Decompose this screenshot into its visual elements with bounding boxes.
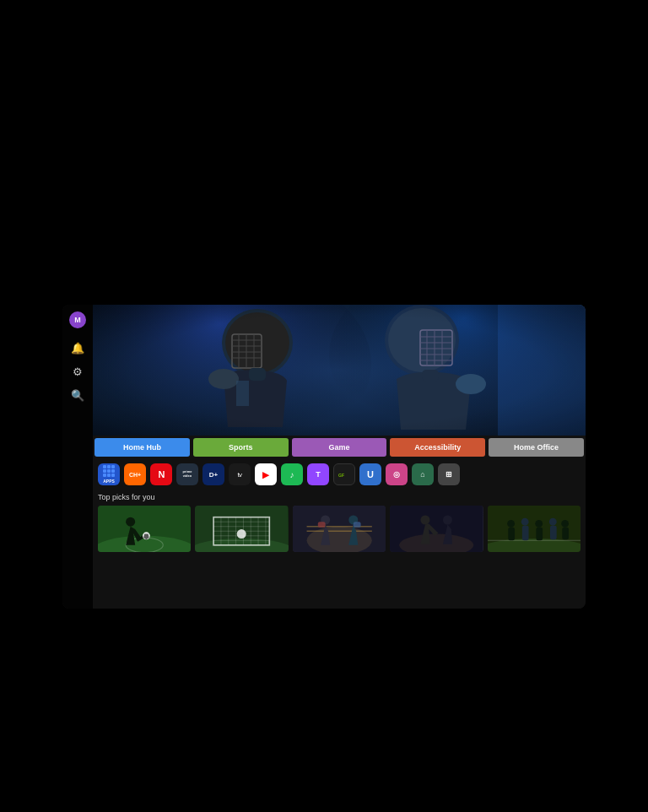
- app-appletv-button[interactable]: tv: [229, 463, 251, 485]
- svg-rect-57: [318, 522, 326, 528]
- svg-point-69: [521, 518, 528, 526]
- thumbnail-soccer-goal[interactable]: [195, 506, 288, 552]
- svg-point-51: [237, 529, 246, 539]
- svg-rect-74: [550, 526, 557, 540]
- svg-point-73: [548, 518, 556, 526]
- svg-point-34: [126, 517, 135, 527]
- avatar[interactable]: M: [69, 311, 86, 328]
- thumbnail-soccer-kick[interactable]: [98, 506, 191, 552]
- thumbnail-boxing[interactable]: [293, 506, 386, 552]
- app-spotify-button[interactable]: ♪: [281, 463, 303, 485]
- app-circle-button[interactable]: ◎: [386, 463, 408, 485]
- tv-screen: M 🔔 ⚙ 🔍: [62, 305, 586, 609]
- svg-point-63: [443, 515, 452, 524]
- svg-rect-68: [508, 528, 515, 540]
- app-netflix-button[interactable]: N: [150, 463, 172, 485]
- app-prime-button[interactable]: primevideo: [176, 463, 198, 485]
- thumbnail-fighting[interactable]: [390, 506, 483, 552]
- apps-row: APPS CH+ N primevideo D+ tv ▶ ♪ T GF U: [93, 459, 586, 490]
- app-apps-button[interactable]: APPS: [98, 463, 120, 485]
- thumbnail-football[interactable]: [488, 506, 580, 552]
- app-youtube-button[interactable]: ▶: [255, 463, 277, 485]
- svg-text:GF: GF: [338, 473, 344, 478]
- nav-tabs: Home Hub Sports Game Accessibility Home …: [93, 436, 586, 459]
- hero-banner: [93, 305, 586, 436]
- svg-rect-59: [354, 522, 361, 528]
- settings-icon[interactable]: ⚙: [70, 364, 85, 379]
- svg-point-75: [561, 520, 569, 528]
- tab-home-hub[interactable]: Home Hub: [94, 438, 190, 457]
- thumbnails-row: [98, 506, 580, 552]
- tab-sports[interactable]: Sports: [193, 438, 289, 457]
- svg-rect-70: [521, 526, 528, 541]
- svg-rect-76: [562, 528, 569, 539]
- svg-point-62: [421, 515, 430, 524]
- app-ch-button[interactable]: CH+: [124, 463, 146, 485]
- svg-rect-72: [536, 528, 543, 540]
- search-icon[interactable]: 🔍: [70, 387, 85, 403]
- bell-icon[interactable]: 🔔: [70, 340, 85, 355]
- svg-rect-29: [93, 305, 586, 436]
- tab-home-office[interactable]: Home Office: [489, 438, 584, 457]
- app-uplay-button[interactable]: U: [359, 463, 381, 485]
- svg-point-71: [535, 520, 543, 528]
- tab-accessibility[interactable]: Accessibility: [390, 438, 485, 457]
- sidebar: M 🔔 ⚙ 🔍: [62, 305, 93, 609]
- app-geforce-button[interactable]: GF: [333, 463, 355, 485]
- main-content: Home Hub Sports Game Accessibility Home …: [93, 305, 586, 609]
- app-disney-button[interactable]: D+: [202, 463, 224, 485]
- app-more-button[interactable]: ⊞: [438, 463, 460, 485]
- tab-game[interactable]: Game: [292, 438, 387, 457]
- app-smarthome-button[interactable]: ⌂: [412, 463, 434, 485]
- svg-point-67: [507, 520, 515, 528]
- content-section: Top picks for you: [93, 490, 586, 609]
- section-title: Top picks for you: [98, 490, 580, 501]
- app-twitch-button[interactable]: T: [307, 463, 329, 485]
